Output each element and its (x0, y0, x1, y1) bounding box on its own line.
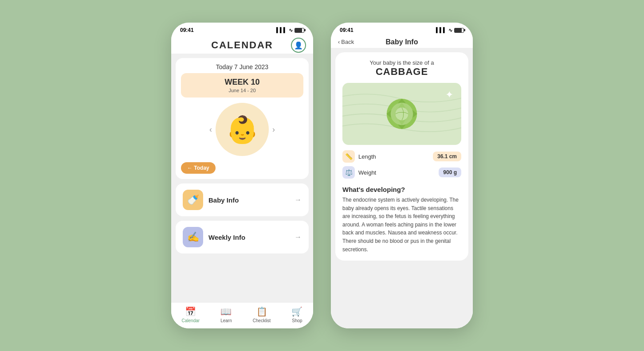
calendar-body: Today 7 June 2023 WEEK 10 June 14 - 20 ‹… (171, 54, 313, 302)
weekly-info-arrow: → (295, 233, 302, 241)
today-date: Today 7 June 2023 (216, 63, 268, 70)
detail-title: Baby Info (386, 38, 418, 46)
baby-circle: 👶 (216, 103, 269, 156)
baby-info-arrow: → (295, 196, 302, 204)
length-icon-box: 📏 (342, 150, 355, 163)
week-box: WEEK 10 June 14 - 20 (181, 73, 303, 98)
status-bar-left: 09:41 ▍▍▍ ∿ (171, 23, 313, 35)
weekly-info-card[interactable]: ✍️ Weekly Info → (176, 221, 309, 254)
learn-nav-label: Learn (220, 318, 232, 323)
date-card: Today 7 June 2023 WEEK 10 June 14 - 20 ‹… (176, 58, 309, 179)
shop-nav-label: Shop (292, 318, 302, 323)
developing-section: What's developing? The endocrine system … (342, 186, 461, 254)
learn-nav-icon: 📖 (220, 306, 232, 317)
week-dates: June 14 - 20 (190, 88, 295, 93)
status-icons-right: ▍▍▍ ∿ (436, 27, 464, 33)
developing-title: What's developing? (342, 186, 461, 193)
screen-left: CALENDAR 👤 Today 7 June 2023 WEEK 10 Jun… (171, 35, 313, 328)
baby-carousel: ‹ 👶 › (206, 100, 279, 159)
veggie-image: ✦ (342, 83, 461, 145)
calendar-nav-label: Calendar (182, 318, 200, 323)
length-row: 📏 Length 36.1 cm (342, 150, 461, 163)
calendar-header: CALENDAR 👤 (171, 35, 313, 54)
checklist-nav-label: Checklist (253, 318, 271, 323)
time-left: 09:41 (180, 27, 194, 33)
right-phone: 09:41 ▍▍▍ ∿ ‹ Back Baby Info Your baby (331, 23, 473, 328)
nav-calendar[interactable]: 📅 Calendar (177, 305, 204, 324)
svg-point-2 (396, 108, 408, 121)
prev-arrow[interactable]: ‹ (206, 123, 216, 136)
length-label: Length (358, 153, 376, 160)
nav-checklist[interactable]: 📋 Checklist (248, 305, 275, 324)
screen-right: ‹ Back Baby Info Your baby is the size o… (331, 35, 473, 328)
weight-value: 900 g (439, 168, 461, 177)
signal-icon-right: ▍▍▍ (436, 27, 447, 33)
nav-learn[interactable]: 📖 Learn (216, 305, 236, 324)
week-label: WEEK 10 (190, 78, 295, 87)
weight-icon-box: ⚖️ (342, 166, 355, 179)
measurements: 📏 Length 36.1 cm ⚖️ Weight (342, 150, 461, 179)
developing-text: The endocrine system is actively develop… (342, 196, 461, 254)
length-value: 36.1 cm (433, 152, 461, 161)
baby-icon: 🍼 (187, 194, 199, 206)
back-label: Back (341, 39, 354, 45)
scale-icon: ⚖️ (345, 169, 353, 176)
profile-button[interactable]: 👤 (291, 38, 306, 53)
status-bar-right: 09:41 ▍▍▍ ∿ (331, 23, 473, 35)
sparkle-decoration: ✦ (445, 89, 453, 101)
size-intro: Your baby is the size of a (342, 59, 461, 66)
detail-card: Your baby is the size of a CABBAGE (335, 52, 468, 261)
profile-icon: 👤 (294, 41, 303, 50)
weight-label: Weight (358, 169, 376, 176)
today-button[interactable]: ← Today (181, 162, 216, 174)
back-button[interactable]: ‹ Back (338, 39, 354, 45)
weekly-info-left: ✍️ Weekly Info (183, 227, 245, 247)
ruler-icon: 📏 (345, 153, 353, 160)
time-right: 09:41 (340, 27, 353, 33)
calendar-nav-icon: 📅 (185, 306, 196, 317)
baby-info-icon-box: 🍼 (183, 190, 203, 210)
calendar-title: CALENDAR (211, 39, 273, 51)
detail-header: ‹ Back Baby Info (331, 35, 473, 48)
signal-icon: ▍▍▍ (276, 27, 287, 33)
wifi-icon-right: ∿ (448, 27, 452, 33)
left-phone: 09:41 ▍▍▍ ∿ CALENDAR 👤 Today 7 June 2023 (171, 23, 313, 328)
weekly-info-label: Weekly Info (208, 234, 245, 241)
baby-emoji: 👶 (226, 114, 259, 145)
length-left: 📏 Length (342, 150, 376, 163)
baby-info-left: 🍼 Baby Info (183, 190, 239, 210)
weight-left: ⚖️ Weight (342, 166, 376, 179)
cabbage-icon (382, 94, 422, 134)
weight-row: ⚖️ Weight 900 g (342, 166, 461, 179)
size-veggie: CABBAGE (342, 66, 461, 78)
nav-shop[interactable]: 🛒 Shop (287, 305, 307, 324)
shop-nav-icon: 🛒 (291, 306, 302, 317)
baby-info-card[interactable]: 🍼 Baby Info → (176, 183, 309, 216)
weekly-icon: ✍️ (187, 231, 199, 243)
status-icons-left: ▍▍▍ ∿ (276, 27, 304, 33)
back-chevron: ‹ (338, 39, 340, 45)
size-header: Your baby is the size of a CABBAGE (342, 59, 461, 78)
bottom-nav: 📅 Calendar 📖 Learn 📋 Checklist 🛒 Shop (171, 302, 313, 328)
weekly-info-icon-box: ✍️ (183, 227, 203, 247)
next-arrow[interactable]: › (269, 123, 279, 136)
checklist-nav-icon: 📋 (256, 306, 267, 317)
baby-info-label: Baby Info (208, 196, 239, 204)
wifi-icon: ∿ (289, 27, 293, 33)
detail-body: Your baby is the size of a CABBAGE (331, 48, 473, 328)
